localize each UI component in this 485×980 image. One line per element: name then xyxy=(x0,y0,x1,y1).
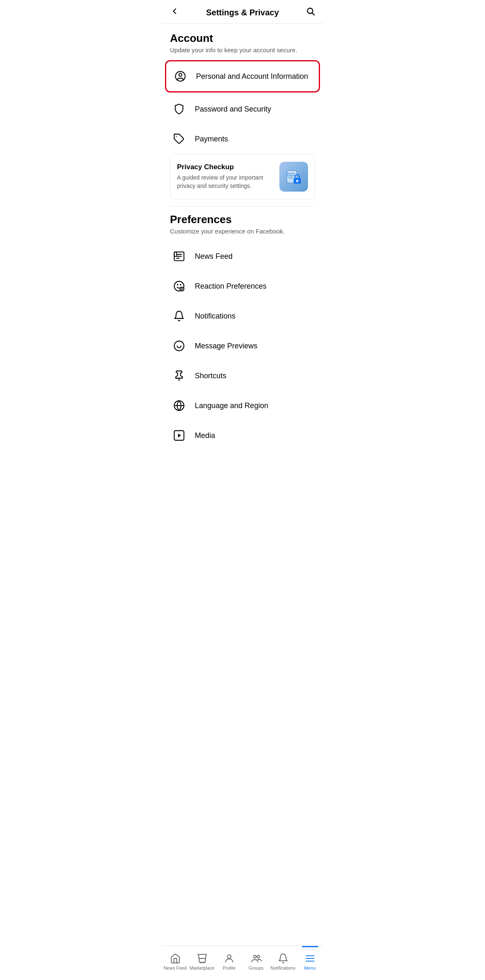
bell-icon xyxy=(170,307,188,325)
person-circle-icon xyxy=(171,67,189,85)
media-label: Media xyxy=(195,431,215,440)
play-square-icon xyxy=(170,426,188,445)
password-security-label: Password and Security xyxy=(195,105,271,114)
globe-icon xyxy=(170,396,188,415)
account-subtitle: Update your info to keep your account se… xyxy=(170,46,315,53)
back-button[interactable] xyxy=(170,7,179,18)
privacy-checkup-description: A guided review of your important privac… xyxy=(177,174,279,190)
privacy-checkup-title: Privacy Checkup xyxy=(177,163,279,171)
svg-point-25 xyxy=(174,341,184,350)
news-feed-label: News Feed xyxy=(195,252,233,261)
shortcuts-label: Shortcuts xyxy=(195,372,226,380)
language-region-label: Language and Region xyxy=(195,401,268,410)
menu-item-notifications[interactable]: Notifications xyxy=(170,301,315,331)
main-content: Account Update your info to keep your ac… xyxy=(162,24,323,492)
preferences-subtitle: Customize your experience on Facebook. xyxy=(170,228,315,235)
chat-icon xyxy=(170,337,188,355)
preferences-title: Preferences xyxy=(170,213,315,226)
menu-item-payments[interactable]: Payments xyxy=(170,124,315,154)
section-divider xyxy=(170,206,315,207)
tag-icon xyxy=(170,130,188,148)
menu-item-password-security[interactable]: Password and Security xyxy=(170,94,315,124)
newspaper-icon xyxy=(170,247,188,265)
page-title: Settings & Privacy xyxy=(206,8,279,17)
header: Settings & Privacy xyxy=(162,0,323,24)
menu-item-media[interactable]: Media xyxy=(170,421,315,450)
shield-icon xyxy=(170,100,188,118)
privacy-checkup-text: Privacy Checkup A guided review of your … xyxy=(177,163,279,190)
reaction-prefs-label: Reaction Preferences xyxy=(195,282,267,291)
notifications-label: Notifications xyxy=(195,312,235,321)
svg-marker-30 xyxy=(178,433,181,437)
menu-item-news-feed[interactable]: News Feed xyxy=(170,241,315,271)
search-button[interactable] xyxy=(306,7,315,18)
menu-item-personal-info[interactable]: Personal and Account Information xyxy=(165,60,320,92)
payments-label: Payments xyxy=(195,135,228,143)
privacy-checkup-card[interactable]: Privacy Checkup A guided review of your … xyxy=(170,154,315,199)
menu-item-shortcuts[interactable]: Shortcuts xyxy=(170,361,315,391)
message-previews-label: Message Previews xyxy=(195,342,257,350)
privacy-checkup-image xyxy=(279,162,308,192)
svg-rect-13 xyxy=(297,181,298,182)
pushpin-icon xyxy=(170,367,188,385)
account-title: Account xyxy=(170,32,315,45)
reaction-icon xyxy=(170,277,188,295)
preferences-section: Preferences Customize your experience on… xyxy=(170,213,315,450)
account-section: Account Update your info to keep your ac… xyxy=(170,32,315,199)
menu-item-language-region[interactable]: Language and Region xyxy=(170,391,315,421)
personal-info-label: Personal and Account Information xyxy=(196,72,308,81)
menu-item-message-previews[interactable]: Message Previews xyxy=(170,331,315,361)
menu-item-reaction-prefs[interactable]: Reaction Preferences xyxy=(170,271,315,301)
svg-point-3 xyxy=(179,73,182,76)
svg-line-1 xyxy=(312,13,314,15)
